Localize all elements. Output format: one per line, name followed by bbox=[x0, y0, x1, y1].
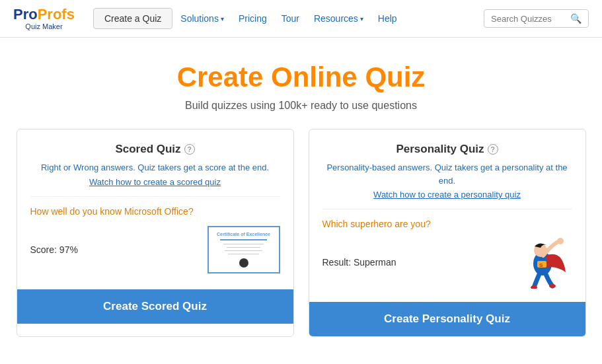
pricing-button[interactable]: Pricing bbox=[232, 9, 274, 28]
scored-card-link[interactable]: Watch how to create a scored quiz bbox=[30, 177, 280, 187]
scored-help-icon[interactable]: ? bbox=[184, 144, 195, 155]
scored-card-divider bbox=[30, 196, 280, 197]
create-quiz-button[interactable]: Create a Quiz bbox=[93, 8, 172, 29]
svg-text:S: S bbox=[539, 262, 543, 268]
cert-seal bbox=[239, 258, 248, 268]
create-personality-quiz-button[interactable]: Create Personality Quiz bbox=[309, 302, 585, 336]
cert-line4 bbox=[225, 250, 262, 251]
tour-button[interactable]: Tour bbox=[275, 9, 306, 28]
header: ProProfs Quiz Maker Create a Quiz Soluti… bbox=[0, 0, 602, 38]
scored-card-body: Scored Quiz ? Right or Wrong answers. Qu… bbox=[17, 129, 293, 289]
create-scored-quiz-button[interactable]: Create Scored Quiz bbox=[17, 289, 293, 324]
scored-example-score: Score: 97% bbox=[30, 244, 78, 255]
logo-sub: Quiz Maker bbox=[13, 22, 75, 30]
scored-example-content: Score: 97% Certificate of Excellence bbox=[30, 223, 280, 276]
logo-pro2: Profs bbox=[38, 6, 75, 22]
personality-card-link[interactable]: Watch how to create a personality quiz bbox=[322, 190, 572, 200]
hero-subtitle: Build quizzes using 100k+ ready to use q… bbox=[13, 100, 589, 112]
hero-section: Create Online Quiz Build quizzes using 1… bbox=[0, 38, 602, 122]
scored-quiz-card: Scored Quiz ? Right or Wrong answers. Qu… bbox=[17, 129, 294, 337]
search-box[interactable]: 🔍 bbox=[484, 9, 589, 28]
personality-example-result: Result: Superman bbox=[322, 257, 396, 268]
personality-example-title: Which superhero are you? bbox=[322, 219, 572, 229]
svg-point-6 bbox=[549, 284, 556, 288]
personality-card-divider bbox=[322, 209, 572, 209]
scored-card-title: Scored Quiz ? bbox=[30, 143, 280, 156]
resources-button[interactable]: Resources▾ bbox=[307, 9, 370, 28]
logo[interactable]: ProProfs Quiz Maker bbox=[13, 7, 75, 30]
hero-title: Create Online Quiz bbox=[13, 61, 589, 93]
logo-pro1: Pro bbox=[13, 6, 38, 22]
personality-example-content: Result: Superman S bbox=[322, 236, 572, 289]
search-input[interactable] bbox=[491, 14, 570, 24]
logo-text: ProProfs bbox=[13, 7, 75, 22]
cert-line3 bbox=[227, 247, 261, 248]
personality-card-desc: Personality-based answers. Quiz takers g… bbox=[322, 161, 572, 187]
resources-arrow-icon: ▾ bbox=[360, 15, 363, 22]
solutions-button[interactable]: Solutions▾ bbox=[174, 9, 231, 28]
scored-card-desc: Right or Wrong answers. Quiz takers get … bbox=[30, 161, 280, 174]
personality-card-title: Personality Quiz ? bbox=[322, 143, 572, 156]
personality-quiz-card: Personality Quiz ? Personality-based ans… bbox=[309, 129, 586, 337]
cert-line2 bbox=[223, 244, 264, 244]
svg-point-4 bbox=[557, 238, 564, 244]
cert-line5 bbox=[228, 254, 259, 254]
personality-help-icon[interactable]: ? bbox=[488, 144, 498, 155]
certificate-image: Certificate of Excellence bbox=[207, 226, 280, 273]
search-icon: 🔍 bbox=[570, 13, 582, 24]
scored-example-title: How well do you know Microsoft Office? bbox=[30, 206, 280, 217]
solutions-arrow-icon: ▾ bbox=[221, 15, 224, 22]
help-button[interactable]: Help bbox=[371, 9, 404, 28]
cards-section: Scored Quiz ? Right or Wrong answers. Qu… bbox=[0, 122, 602, 337]
cert-title-text: Certificate of Excellence bbox=[217, 232, 270, 237]
superman-image: S bbox=[506, 236, 572, 289]
personality-card-body: Personality Quiz ? Personality-based ans… bbox=[309, 129, 585, 302]
cert-line1 bbox=[220, 239, 267, 240]
main-nav: Create a Quiz Solutions▾ Pricing Tour Re… bbox=[93, 8, 484, 29]
